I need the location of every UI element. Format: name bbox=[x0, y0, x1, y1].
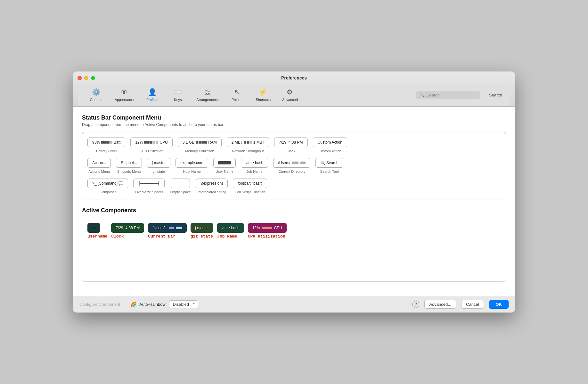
active-components-area: — username 7/29, 4:38 PM Clock /Users/ . bbox=[82, 218, 506, 282]
active-username[interactable]: — username bbox=[87, 223, 107, 239]
search-label-button[interactable]: Search bbox=[486, 91, 505, 99]
component-battery[interactable]: 95% Batt Battery Level bbox=[87, 138, 125, 153]
active-currentdir[interactable]: /Users/ . Current Dir bbox=[148, 223, 187, 239]
component-menu: 95% Batt Battery Level 12% bbox=[82, 132, 506, 199]
eye-icon: 👁 bbox=[121, 88, 128, 96]
component-gitstate[interactable]: ∫ master git state bbox=[147, 158, 170, 173]
gear-icon: ⚙️ bbox=[92, 88, 101, 96]
toolbar-search-box[interactable]: 🔍 bbox=[416, 91, 480, 99]
maximize-button[interactable] bbox=[91, 76, 95, 80]
snippets-pill: Snippet... bbox=[116, 158, 142, 168]
network-pill: 2 MB↓ 1 MB↑ bbox=[227, 138, 269, 147]
component-network[interactable]: 2 MB↓ 1 MB↑ Network Throughput bbox=[227, 138, 269, 153]
ok-button[interactable]: OK bbox=[489, 300, 509, 309]
searchtool-pill: 🔍 Search bbox=[315, 158, 343, 168]
tab-profiles[interactable]: 👤 Profiles bbox=[139, 86, 165, 104]
minimize-button[interactable] bbox=[84, 76, 88, 80]
component-fixed-spacer[interactable]: ├──────┤ Fixed-size Spacer bbox=[133, 179, 165, 194]
jobname-pill: vim • bash bbox=[241, 158, 268, 168]
tab-pointer[interactable]: ↖ Pointer bbox=[224, 86, 250, 104]
active-jobname[interactable]: vim • bash Job Name bbox=[217, 223, 244, 239]
tab-shortcuts[interactable]: ⚡ Shortcuts bbox=[250, 86, 276, 104]
active-items-row: — username 7/29, 4:38 PM Clock /Users/ . bbox=[87, 223, 501, 239]
configure-component-button[interactable]: Configure Component bbox=[79, 302, 120, 307]
component-callscript[interactable]: foo(bar: "baz") Call Script Function bbox=[233, 179, 267, 194]
component-hostname[interactable]: example.com Host Name bbox=[176, 158, 208, 173]
footer: Configure Component 🌈 Auto-Rainbow: Disa… bbox=[73, 296, 515, 313]
section-title: Status Bar Component Menu bbox=[82, 114, 506, 121]
gitstate-pill: ∫ master bbox=[147, 158, 170, 168]
composer-pill: >_ [Command] 💬 bbox=[87, 179, 128, 188]
component-clock[interactable]: 7/29, 4:38 PM Clock bbox=[274, 138, 308, 153]
help-button[interactable]: ? bbox=[412, 301, 419, 308]
component-custom-action[interactable]: Custom Action Custom Action bbox=[313, 138, 347, 153]
battery-pill: 95% Batt bbox=[87, 138, 125, 147]
tab-keys[interactable]: ⌨️ Keys bbox=[165, 86, 191, 104]
tab-advanced[interactable]: ⚙ Advanced bbox=[276, 86, 304, 104]
callscript-pill: foo(bar: "baz") bbox=[233, 179, 267, 188]
component-snippets[interactable]: Snippet... Snippets Menu bbox=[116, 158, 142, 173]
component-searchtool[interactable]: 🔍 Search Search Tool bbox=[315, 158, 343, 173]
component-cpu[interactable]: 12% CPU CPU Utilization bbox=[130, 138, 172, 153]
tab-appearance[interactable]: 👁 Appearance bbox=[109, 86, 139, 104]
pointer-icon: ↖ bbox=[234, 88, 240, 96]
person-icon: 👤 bbox=[148, 88, 157, 96]
component-username[interactable]: User Name bbox=[213, 158, 236, 173]
dir-bar bbox=[292, 162, 298, 164]
active-clock[interactable]: 7/29, 4:38 PM Clock bbox=[111, 223, 144, 239]
active-clock-pill: 7/29, 4:38 PM bbox=[111, 223, 144, 233]
close-button[interactable] bbox=[78, 76, 82, 80]
auto-rainbow-select-wrapper[interactable]: Disabled Enabled ⌃ bbox=[169, 300, 198, 308]
active-section-title: Active Components bbox=[82, 207, 506, 214]
interpolated-pill: \(expression) bbox=[196, 179, 228, 188]
component-row-1: 95% Batt Battery Level 12% bbox=[87, 138, 501, 153]
traffic-lights bbox=[78, 76, 95, 80]
window-title: Preferences bbox=[78, 75, 510, 84]
active-dir-bar2 bbox=[176, 227, 182, 229]
component-actions[interactable]: Action... Actions Menu bbox=[87, 158, 111, 173]
search-input[interactable] bbox=[427, 93, 477, 97]
component-jobname[interactable]: vim • bash Job Name bbox=[241, 158, 268, 173]
active-cpu-pill: 12% CPU bbox=[248, 223, 287, 233]
component-empty-space[interactable]: Empty Space bbox=[170, 179, 191, 194]
active-dir-bar bbox=[169, 227, 174, 229]
shortcuts-icon: ⚡ bbox=[259, 88, 267, 96]
username-bar bbox=[218, 161, 231, 164]
auto-rainbow-section: 🌈 Auto-Rainbow: Disabled Enabled ⌃ bbox=[130, 300, 198, 308]
component-interpolated[interactable]: \(expression) Interpolated String bbox=[196, 179, 228, 194]
toolbar: ⚙️ General 👁 Appearance 👤 Profiles ⌨️ Ke… bbox=[78, 84, 510, 106]
currentdir-pill: /Users/ bbox=[273, 158, 310, 168]
toolbar-items: ⚙️ General 👁 Appearance 👤 Profiles ⌨️ Ke… bbox=[83, 86, 416, 104]
ram-pill: 3.1 GB RAM bbox=[178, 138, 222, 147]
keyboard-icon: ⌨️ bbox=[174, 88, 182, 96]
active-git[interactable]: ∫ master git state bbox=[191, 223, 213, 239]
tab-general[interactable]: ⚙️ General bbox=[83, 86, 109, 104]
hostname-pill: example.com bbox=[176, 158, 208, 168]
arrangements-icon: 🗂 bbox=[204, 88, 211, 96]
actions-pill: Action... bbox=[87, 158, 111, 168]
cpu-pill: 12% CPU bbox=[130, 138, 172, 147]
advanced-icon: ⚙ bbox=[287, 88, 293, 96]
auto-rainbow-select[interactable]: Disabled Enabled bbox=[169, 300, 198, 308]
advanced-button[interactable]: Advanced... bbox=[424, 300, 456, 309]
component-row-3: >_ [Command] 💬 Composer ├──────┤ Fixed-s… bbox=[87, 179, 501, 194]
custom-action-pill: Custom Action bbox=[313, 138, 347, 147]
cancel-button[interactable]: Cancel bbox=[461, 300, 484, 309]
dir-bar2 bbox=[300, 162, 306, 164]
main-content: Status Bar Component Menu Drag a compone… bbox=[73, 107, 515, 296]
active-cpu[interactable]: 12% CPU CPU Utilization bbox=[248, 223, 287, 239]
preferences-window: Preferences ⚙️ General 👁 Appearance 👤 Pr… bbox=[73, 71, 515, 313]
component-ram[interactable]: 3.1 GB RAM Memory Utilization bbox=[178, 138, 222, 153]
search-icon: 🔍 bbox=[420, 93, 425, 97]
fixed-spacer-pill: ├──────┤ bbox=[133, 179, 165, 188]
tab-arrangements[interactable]: 🗂 Arrangements bbox=[191, 86, 224, 104]
active-git-pill: ∫ master bbox=[191, 223, 213, 233]
active-dir-pill: /Users/ . bbox=[148, 223, 187, 233]
rainbow-icon: 🌈 bbox=[130, 301, 137, 307]
active-jobname-pill: vim • bash bbox=[217, 223, 244, 233]
component-currentdir[interactable]: /Users/ Current Directory bbox=[273, 158, 310, 173]
title-bar: Preferences ⚙️ General 👁 Appearance 👤 Pr… bbox=[73, 71, 515, 107]
cpu-bar bbox=[262, 227, 272, 229]
component-composer[interactable]: >_ [Command] 💬 Composer bbox=[87, 179, 128, 194]
clock-pill: 7/29, 4:38 PM bbox=[274, 138, 308, 147]
